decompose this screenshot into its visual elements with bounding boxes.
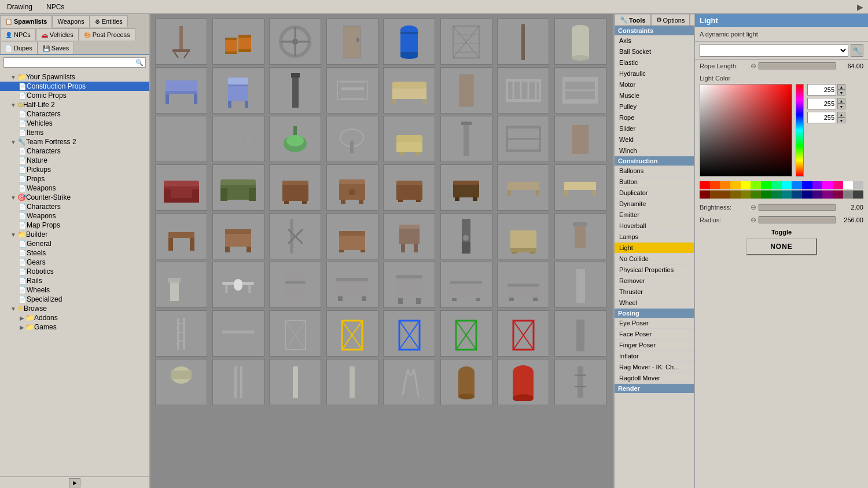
color-swatch[interactable] (833, 190, 843, 199)
wrench-button[interactable]: 🔧 (851, 44, 863, 57)
brightness-slider[interactable] (759, 204, 836, 211)
tree-item-hl2-vehicles[interactable]: 📄 Vehicles (0, 119, 149, 128)
blue-up-arrow[interactable]: ▲ (837, 112, 845, 118)
list-item[interactable] (497, 262, 549, 308)
tree-item-tf2-props[interactable]: 📄 Props (0, 174, 149, 184)
color-swatch[interactable] (730, 181, 741, 189)
tab-postprocess[interactable]: 🎨 Post Process (79, 28, 135, 41)
color-swatch[interactable] (761, 190, 771, 199)
tree-item-tf2-characters[interactable]: 📄 Characters (0, 146, 149, 156)
list-item[interactable] (383, 19, 435, 65)
color-swatch[interactable] (843, 181, 854, 189)
rope-length-slider[interactable] (759, 63, 836, 69)
color-swatch[interactable] (802, 190, 812, 199)
red-up-arrow[interactable]: ▲ (837, 84, 845, 90)
tool-balloons[interactable]: Balloons (615, 166, 694, 177)
list-item[interactable] (326, 67, 378, 113)
list-item[interactable] (554, 164, 606, 211)
list-item[interactable] (440, 67, 492, 113)
tool-dynamite[interactable]: Dynamite (615, 199, 694, 210)
list-item[interactable] (554, 262, 606, 308)
radius-slider[interactable] (759, 217, 836, 223)
section-constraints[interactable]: Constraints (615, 26, 694, 35)
list-item[interactable] (440, 310, 492, 357)
green-up-arrow[interactable]: ▲ (837, 98, 845, 104)
list-item[interactable] (383, 213, 435, 259)
color-swatch[interactable] (792, 190, 802, 199)
tool-lamps[interactable]: Lamps (615, 232, 694, 243)
color-swatch[interactable] (741, 190, 751, 199)
list-item[interactable] (497, 116, 549, 162)
list-item[interactable] (326, 359, 378, 405)
search-icon[interactable]: 🔍 (135, 59, 144, 67)
tree-item-builder-rails[interactable]: 📄 Rails (0, 276, 149, 285)
tree-item-builder-robotics[interactable]: 📄 Robotics (0, 267, 149, 276)
list-item[interactable] (155, 213, 207, 259)
menu-drawing[interactable]: Drawing (5, 2, 35, 12)
tree-item-builder[interactable]: ▼ 📁 Builder (0, 230, 149, 239)
list-item[interactable] (269, 262, 321, 308)
list-item[interactable] (155, 19, 207, 65)
list-item[interactable] (383, 67, 435, 113)
tree-item-hl2-items[interactable]: 📄 Items (0, 128, 149, 137)
expand-arrow[interactable]: ▶ (857, 2, 863, 12)
list-item[interactable] (383, 164, 435, 211)
list-item[interactable] (554, 67, 606, 113)
tool-finger-poser[interactable]: Finger Poser (615, 340, 694, 351)
list-item[interactable] (155, 67, 207, 113)
color-swatch[interactable] (812, 190, 823, 199)
tree-item-team-fortress-2[interactable]: ▼ 🔧 Team Fortress 2 (0, 137, 149, 146)
tool-button[interactable]: Button (615, 177, 694, 188)
list-item[interactable] (212, 116, 264, 162)
list-item[interactable] (440, 19, 492, 65)
bottom-scroll-btn[interactable]: ▶ (69, 478, 80, 487)
list-item[interactable] (155, 116, 207, 162)
tab-options[interactable]: ⚙ Options (651, 14, 690, 25)
color-swatch[interactable] (720, 190, 730, 199)
list-item[interactable] (554, 19, 606, 65)
tab-tools[interactable]: 🔧 Tools (615, 14, 651, 25)
color-swatch[interactable] (710, 190, 720, 199)
tool-rag-mover[interactable]: Rag Mover - IK: Ch... (615, 362, 694, 373)
tree-item-builder-specialized[interactable]: 📄 Specialized (0, 295, 149, 304)
color-swatch[interactable] (710, 181, 720, 189)
list-item[interactable] (440, 164, 492, 211)
tab-saves[interactable]: 💾 Saves (38, 42, 75, 54)
color-swatch[interactable] (771, 190, 782, 199)
color-hue-bar[interactable] (796, 84, 804, 177)
list-item[interactable] (212, 19, 264, 65)
color-swatch[interactable] (700, 181, 710, 189)
red-down-arrow[interactable]: ▼ (837, 90, 845, 96)
list-item[interactable] (497, 164, 549, 211)
list-item[interactable] (440, 359, 492, 405)
color-swatch[interactable] (792, 181, 802, 189)
list-item[interactable] (155, 310, 207, 357)
tree-item-games[interactable]: ▶ 📁 Games (0, 322, 149, 332)
tool-inflator[interactable]: Inflator (615, 351, 694, 362)
list-item[interactable] (440, 213, 492, 259)
tree-item-builder-steels[interactable]: 📄 Steels (0, 248, 149, 258)
green-down-arrow[interactable]: ▼ (837, 104, 845, 109)
list-item[interactable] (554, 213, 606, 259)
color-swatch[interactable] (771, 181, 782, 189)
list-item[interactable] (155, 262, 207, 308)
list-item[interactable] (212, 213, 264, 259)
tool-ball-socket[interactable]: Ball Socket (615, 46, 694, 57)
tool-motor[interactable]: Motor (615, 79, 694, 90)
blue-down-arrow[interactable]: ▼ (837, 118, 845, 123)
entity-select[interactable] (700, 44, 848, 57)
tool-thruster[interactable]: Thruster (615, 287, 694, 298)
tree-item-cs-characters[interactable]: 📄 Characters (0, 202, 149, 211)
color-swatch[interactable] (843, 190, 854, 199)
section-construction[interactable]: Construction (615, 156, 694, 166)
color-swatch[interactable] (751, 190, 761, 199)
list-item[interactable] (497, 310, 549, 357)
tree-item-comic-props[interactable]: 📄 Comic Props (0, 91, 149, 100)
list-item[interactable] (383, 359, 435, 405)
red-input[interactable] (807, 84, 836, 96)
color-swatch[interactable] (853, 181, 863, 189)
search-input[interactable] (3, 57, 146, 68)
list-item[interactable] (212, 359, 264, 405)
tree-item-tf2-nature[interactable]: 📄 Nature (0, 156, 149, 165)
tree-item-cs-weapons[interactable]: 📄 Weapons (0, 211, 149, 221)
